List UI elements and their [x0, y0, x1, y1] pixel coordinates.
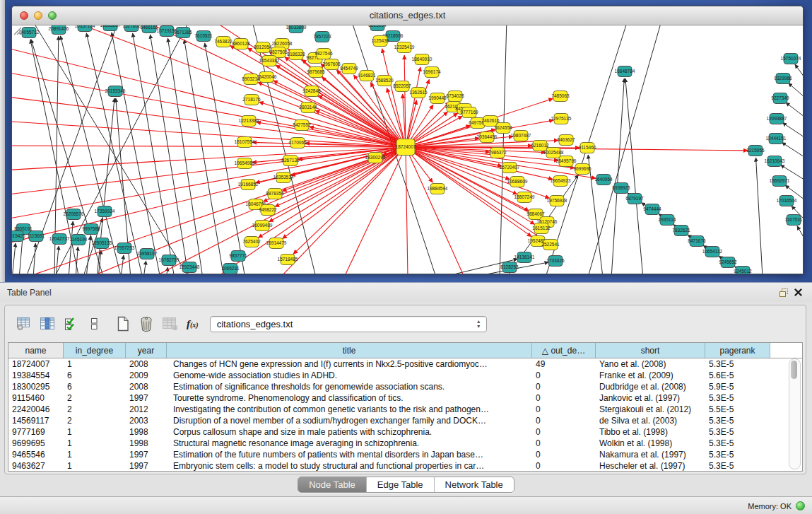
graph-node-label: 8813054: [368, 25, 387, 28]
graph-edge[interactable]: [782, 123, 803, 137]
graph-edge[interactable]: [406, 147, 408, 274]
table-cell: 0: [532, 460, 596, 472]
table-cell: 2009: [126, 370, 167, 381]
graph-node-label: 7485063: [551, 93, 570, 98]
graph-edge[interactable]: [12, 243, 16, 274]
table-row[interactable]: 1872400712008Changes of HCN gene express…: [8, 358, 802, 370]
float-window-icon[interactable]: [777, 286, 791, 299]
graph-node-label: 13958107: [137, 251, 158, 256]
column-header-name[interactable]: name: [8, 343, 64, 358]
table-settings-icon[interactable]: [15, 315, 33, 333]
delete-table-icon[interactable]: [160, 315, 179, 333]
table-cell: 5.3E-5: [705, 392, 770, 404]
network-canvas[interactable]: 1405571220891406103571241065328715276026…: [12, 25, 803, 274]
graph-node-label: 10654112: [702, 249, 723, 254]
graph-edge[interactable]: [273, 81, 406, 147]
window-resize-grip[interactable]: [12, 25, 22, 35]
graph-node-label: 18807249: [514, 194, 535, 199]
graph-edge[interactable]: [797, 226, 803, 238]
graph-edge[interactable]: [184, 40, 224, 274]
graph-edge[interactable]: [588, 155, 603, 274]
graph-node-label: 8860128: [232, 41, 250, 46]
table-cell: 0: [532, 438, 596, 449]
graph-edge[interactable]: [133, 33, 175, 274]
graph-edge[interactable]: [611, 78, 624, 274]
table-scrollbar[interactable]: [789, 358, 801, 469]
graph-edge[interactable]: [406, 147, 464, 274]
graph-edge[interactable]: [12, 71, 406, 147]
graph-edge[interactable]: [12, 146, 406, 147]
close-panel-icon[interactable]: [791, 286, 805, 299]
table-cell: 5.5E-5: [705, 404, 770, 415]
table-row[interactable]: 946554611997Estimation of the future num…: [8, 449, 802, 460]
new-table-icon[interactable]: [114, 315, 132, 333]
column-display-icon[interactable]: [38, 315, 57, 333]
network-view-window[interactable]: citations_edges.txt 14055712208914061035…: [11, 6, 804, 274]
table-row[interactable]: 977716911998Corpus callosum shape and si…: [8, 426, 802, 438]
graph-edge[interactable]: [795, 64, 803, 77]
table-row[interactable]: 1830029562008Estimation of significance …: [8, 381, 802, 392]
graph-edge[interactable]: [756, 158, 763, 274]
graph-edge[interactable]: [86, 33, 143, 274]
graph-edge[interactable]: [151, 35, 189, 274]
graph-node-label: 9227349: [771, 95, 789, 100]
graph-edge[interactable]: [12, 96, 406, 147]
table-cell: Embryonic stem cells: a model to study s…: [167, 460, 532, 472]
network-window-titlebar[interactable]: citations_edges.txt: [12, 6, 803, 25]
graph-node-label: 16648784: [615, 69, 635, 74]
graph-edge[interactable]: [293, 147, 406, 254]
tab-network-table[interactable]: Network Table: [435, 477, 514, 492]
graph-edge[interactable]: [33, 243, 35, 274]
function-builder-icon[interactable]: f(x): [187, 318, 199, 330]
graph-node-label: 15720407: [500, 165, 520, 170]
citation-network-graph[interactable]: 1405571220891406103571241065328715276026…: [12, 25, 803, 274]
scrollbar-thumb[interactable]: [791, 361, 797, 379]
column-header-year[interactable]: year: [126, 343, 167, 358]
network-table-selector[interactable]: citations_edges.txt ▲▼: [210, 316, 487, 332]
table-cell: Tibbo et al. (1998): [596, 426, 705, 438]
graph-node-label: 19756928: [547, 198, 567, 203]
graph-edge[interactable]: [786, 103, 803, 117]
graph-edge[interactable]: [143, 261, 146, 274]
cytoscape-desktop: citations_edges.txt 14055712208914061035…: [0, 0, 812, 282]
column-header-short[interactable]: short: [596, 343, 705, 358]
table-cell: 1998: [126, 426, 167, 438]
graph-node-label: 1362615: [409, 90, 428, 95]
graph-node-label: 14136141: [514, 255, 535, 259]
graph-node-label: 9115460: [579, 145, 596, 150]
graph-edge[interactable]: [167, 38, 203, 274]
table-row[interactable]: 1938455462009Genome-wide association stu…: [8, 370, 802, 381]
graph-node-label: 20364456: [477, 134, 498, 139]
table-row[interactable]: 969969511998Structural magnetic resonanc…: [8, 438, 802, 449]
delete-column-icon[interactable]: [137, 315, 155, 333]
table-row[interactable]: 1456911722003Disruption of a novel membe…: [8, 415, 802, 426]
graph-edge[interactable]: [283, 147, 406, 238]
graph-edge[interactable]: [625, 78, 643, 274]
table-cell: 0: [532, 381, 596, 392]
tab-edge-table[interactable]: Edge Table: [367, 477, 435, 492]
table-row[interactable]: 2242004622012Investigating the contribut…: [8, 404, 802, 415]
graph-node-label: 12093887: [767, 116, 787, 121]
table-cell: 5.3E-5: [705, 460, 770, 472]
graph-edge[interactable]: [153, 147, 406, 274]
graph-node-label: 28226058: [272, 41, 293, 46]
table-row[interactable]: 911546021997Tourette syndrome. Phenomeno…: [8, 392, 802, 404]
table-header-row: namein_degreeyeartitle△ out_de…shortpage…: [8, 343, 802, 358]
table-cell: 0: [532, 404, 596, 415]
graph-node-label: 10025488: [543, 150, 564, 155]
column-header-out_de[interactable]: △ out_de…: [532, 343, 596, 358]
column-header-title[interactable]: title: [167, 343, 532, 358]
tab-node-table[interactable]: Node Table: [298, 477, 367, 492]
column-header-in_degree[interactable]: in_degree: [64, 343, 126, 358]
graph-edge[interactable]: [782, 142, 803, 157]
graph-edge[interactable]: [789, 83, 803, 97]
column-header-pagerank[interactable]: pagerank: [705, 343, 770, 358]
graph-node-label: 2935114: [659, 217, 676, 222]
graph-node-label: 7463822: [214, 39, 233, 44]
select-all-icon[interactable]: [61, 315, 80, 333]
table-cell: 6: [64, 381, 126, 392]
deselect-all-icon[interactable]: [85, 315, 103, 333]
table-row[interactable]: 946362711997Embryonic stem cells: a mode…: [8, 460, 802, 472]
graph-edge[interactable]: [259, 102, 406, 147]
table-cell: de Silva et al. (2003): [596, 415, 705, 426]
